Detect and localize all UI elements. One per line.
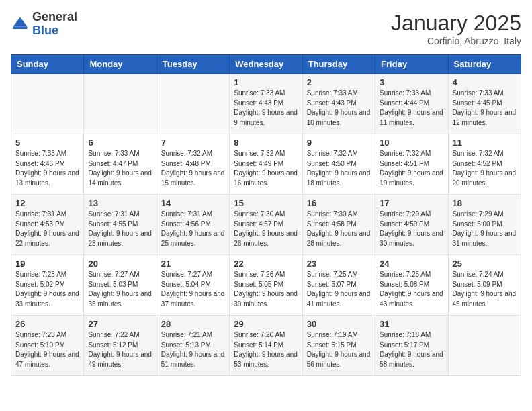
calendar-cell: 23Sunrise: 7:25 AM Sunset: 5:07 PM Dayli… xyxy=(302,255,375,316)
calendar-cell: 2Sunrise: 7:33 AM Sunset: 4:43 PM Daylig… xyxy=(302,74,375,134)
day-info: Sunrise: 7:20 AM Sunset: 5:14 PM Dayligh… xyxy=(234,330,298,369)
day-info: Sunrise: 7:27 AM Sunset: 5:03 PM Dayligh… xyxy=(88,270,152,309)
day-info: Sunrise: 7:31 AM Sunset: 4:55 PM Dayligh… xyxy=(88,210,152,248)
day-info: Sunrise: 7:24 AM Sunset: 5:09 PM Dayligh… xyxy=(453,270,517,309)
day-info: Sunrise: 7:32 AM Sunset: 4:51 PM Dayligh… xyxy=(380,149,443,188)
day-number: 9 xyxy=(307,138,371,148)
day-info: Sunrise: 7:30 AM Sunset: 4:57 PM Dayligh… xyxy=(234,210,298,248)
day-info: Sunrise: 7:33 AM Sunset: 4:43 PM Dayligh… xyxy=(307,89,371,128)
calendar-cell: 5Sunrise: 7:33 AM Sunset: 4:46 PM Daylig… xyxy=(11,134,84,195)
logo: General Blue xyxy=(11,11,77,38)
weekday-header: Sunday xyxy=(11,55,84,74)
day-info: Sunrise: 7:32 AM Sunset: 4:50 PM Dayligh… xyxy=(307,149,371,188)
calendar-cell: 28Sunrise: 7:21 AM Sunset: 5:13 PM Dayli… xyxy=(157,316,229,376)
day-number: 13 xyxy=(88,198,152,208)
day-number: 1 xyxy=(234,77,298,87)
day-info: Sunrise: 7:22 AM Sunset: 5:12 PM Dayligh… xyxy=(88,330,152,369)
day-number: 14 xyxy=(161,198,225,208)
day-info: Sunrise: 7:33 AM Sunset: 4:43 PM Dayligh… xyxy=(234,89,298,128)
day-info: Sunrise: 7:32 AM Sunset: 4:49 PM Dayligh… xyxy=(234,149,298,188)
day-number: 18 xyxy=(453,198,517,208)
calendar-cell: 16Sunrise: 7:30 AM Sunset: 4:58 PM Dayli… xyxy=(302,195,375,255)
day-number: 10 xyxy=(380,138,443,148)
day-info: Sunrise: 7:25 AM Sunset: 5:08 PM Dayligh… xyxy=(380,270,443,309)
day-number: 7 xyxy=(161,138,225,148)
calendar-header: SundayMondayTuesdayWednesdayThursdayFrid… xyxy=(11,55,521,74)
calendar-week-row: 5Sunrise: 7:33 AM Sunset: 4:46 PM Daylig… xyxy=(11,134,521,195)
weekday-header: Wednesday xyxy=(230,55,302,74)
day-info: Sunrise: 7:25 AM Sunset: 5:07 PM Dayligh… xyxy=(307,270,371,309)
calendar-cell: 10Sunrise: 7:32 AM Sunset: 4:51 PM Dayli… xyxy=(375,134,448,195)
calendar-cell: 20Sunrise: 7:27 AM Sunset: 5:03 PM Dayli… xyxy=(84,255,157,316)
weekday-header: Tuesday xyxy=(157,55,229,74)
calendar-cell: 15Sunrise: 7:30 AM Sunset: 4:57 PM Dayli… xyxy=(230,195,302,255)
weekday-header: Monday xyxy=(84,55,157,74)
day-number: 12 xyxy=(15,198,79,208)
day-info: Sunrise: 7:18 AM Sunset: 5:17 PM Dayligh… xyxy=(380,330,443,369)
day-info: Sunrise: 7:27 AM Sunset: 5:04 PM Dayligh… xyxy=(161,270,225,309)
calendar-cell xyxy=(157,74,229,134)
calendar-cell: 4Sunrise: 7:33 AM Sunset: 4:45 PM Daylig… xyxy=(448,74,521,134)
day-number: 5 xyxy=(15,138,79,148)
day-number: 24 xyxy=(380,259,443,269)
calendar-cell: 26Sunrise: 7:23 AM Sunset: 5:10 PM Dayli… xyxy=(11,316,84,376)
day-info: Sunrise: 7:31 AM Sunset: 4:56 PM Dayligh… xyxy=(161,210,225,248)
calendar-cell: 29Sunrise: 7:20 AM Sunset: 5:14 PM Dayli… xyxy=(230,316,302,376)
calendar-cell: 13Sunrise: 7:31 AM Sunset: 4:55 PM Dayli… xyxy=(84,195,157,255)
day-number: 17 xyxy=(380,198,443,208)
calendar-cell: 24Sunrise: 7:25 AM Sunset: 5:08 PM Dayli… xyxy=(375,255,448,316)
calendar-cell: 30Sunrise: 7:19 AM Sunset: 5:15 PM Dayli… xyxy=(302,316,375,376)
day-info: Sunrise: 7:19 AM Sunset: 5:15 PM Dayligh… xyxy=(307,330,371,369)
day-info: Sunrise: 7:32 AM Sunset: 4:48 PM Dayligh… xyxy=(161,149,225,188)
logo-blue-text: Blue xyxy=(32,24,58,37)
calendar-cell: 27Sunrise: 7:22 AM Sunset: 5:12 PM Dayli… xyxy=(84,316,157,376)
day-info: Sunrise: 7:29 AM Sunset: 4:59 PM Dayligh… xyxy=(380,210,443,248)
calendar-cell: 9Sunrise: 7:32 AM Sunset: 4:50 PM Daylig… xyxy=(302,134,375,195)
weekday-header: Thursday xyxy=(302,55,375,74)
calendar-cell: 12Sunrise: 7:31 AM Sunset: 4:53 PM Dayli… xyxy=(11,195,84,255)
day-number: 11 xyxy=(453,138,517,148)
calendar-cell: 11Sunrise: 7:32 AM Sunset: 4:52 PM Dayli… xyxy=(448,134,521,195)
day-number: 29 xyxy=(234,319,298,329)
calendar-cell: 18Sunrise: 7:29 AM Sunset: 5:00 PM Dayli… xyxy=(448,195,521,255)
weekday-header: Friday xyxy=(375,55,448,74)
calendar-cell: 31Sunrise: 7:18 AM Sunset: 5:17 PM Dayli… xyxy=(375,316,448,376)
calendar-week-row: 26Sunrise: 7:23 AM Sunset: 5:10 PM Dayli… xyxy=(11,316,521,376)
calendar-week-row: 19Sunrise: 7:28 AM Sunset: 5:02 PM Dayli… xyxy=(11,255,521,316)
day-number: 25 xyxy=(453,259,517,269)
svg-marker-0 xyxy=(13,17,28,26)
calendar-cell: 3Sunrise: 7:33 AM Sunset: 4:44 PM Daylig… xyxy=(375,74,448,134)
day-info: Sunrise: 7:32 AM Sunset: 4:52 PM Dayligh… xyxy=(453,149,517,188)
day-number: 6 xyxy=(88,138,152,148)
calendar-body: 1Sunrise: 7:33 AM Sunset: 4:43 PM Daylig… xyxy=(11,74,521,376)
day-info: Sunrise: 7:33 AM Sunset: 4:44 PM Dayligh… xyxy=(380,89,443,128)
day-info: Sunrise: 7:23 AM Sunset: 5:10 PM Dayligh… xyxy=(15,330,79,369)
day-number: 3 xyxy=(380,77,443,87)
calendar-cell: 14Sunrise: 7:31 AM Sunset: 4:56 PM Dayli… xyxy=(157,195,229,255)
day-info: Sunrise: 7:29 AM Sunset: 5:00 PM Dayligh… xyxy=(453,210,517,248)
calendar-cell: 21Sunrise: 7:27 AM Sunset: 5:04 PM Dayli… xyxy=(157,255,229,316)
calendar-cell: 19Sunrise: 7:28 AM Sunset: 5:02 PM Dayli… xyxy=(11,255,84,316)
page-header: General Blue January 2025 Corfinio, Abru… xyxy=(11,11,521,46)
location-subtitle: Corfinio, Abruzzo, Italy xyxy=(391,36,521,46)
calendar-cell xyxy=(11,74,84,134)
day-number: 2 xyxy=(307,77,371,87)
calendar-week-row: 12Sunrise: 7:31 AM Sunset: 4:53 PM Dayli… xyxy=(11,195,521,255)
day-number: 15 xyxy=(234,198,298,208)
day-number: 31 xyxy=(380,319,443,329)
day-number: 20 xyxy=(88,259,152,269)
day-info: Sunrise: 7:21 AM Sunset: 5:13 PM Dayligh… xyxy=(161,330,225,369)
calendar-cell: 6Sunrise: 7:33 AM Sunset: 4:47 PM Daylig… xyxy=(84,134,157,195)
day-number: 19 xyxy=(15,259,79,269)
calendar-cell xyxy=(448,316,521,376)
logo-general-text: General xyxy=(32,10,77,24)
day-number: 4 xyxy=(453,77,517,87)
month-title: January 2025 xyxy=(391,11,521,36)
day-number: 30 xyxy=(307,319,371,329)
day-info: Sunrise: 7:30 AM Sunset: 4:58 PM Dayligh… xyxy=(307,210,371,248)
day-info: Sunrise: 7:28 AM Sunset: 5:02 PM Dayligh… xyxy=(15,270,79,309)
calendar-cell xyxy=(84,74,157,134)
day-info: Sunrise: 7:31 AM Sunset: 4:53 PM Dayligh… xyxy=(15,210,79,248)
calendar-cell: 17Sunrise: 7:29 AM Sunset: 4:59 PM Dayli… xyxy=(375,195,448,255)
calendar-cell: 8Sunrise: 7:32 AM Sunset: 4:49 PM Daylig… xyxy=(230,134,302,195)
